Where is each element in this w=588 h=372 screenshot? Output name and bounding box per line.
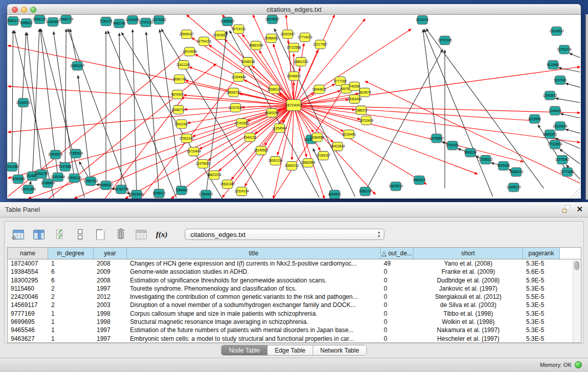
function-builder-button[interactable]: f(x) bbox=[155, 228, 168, 241]
graph-node[interactable]: 6791931 bbox=[446, 141, 459, 150]
graph-node[interactable]: 9679938 bbox=[497, 162, 510, 170]
graph-node[interactable]: 20423814 bbox=[331, 142, 345, 151]
graph-node[interactable]: 16782759 bbox=[114, 185, 128, 194]
graph-node[interactable]: 15722588 bbox=[287, 43, 301, 52]
graph-node[interactable]: 20206576 bbox=[48, 150, 62, 159]
graph-node[interactable]: 12395112 bbox=[478, 156, 493, 164]
table-row[interactable]: 1938455462009Genome-wide association stu… bbox=[8, 268, 581, 276]
table-row[interactable]: 1456911722003Disruption of a novel membe… bbox=[8, 301, 581, 309]
graph-node[interactable]: 8113074 bbox=[416, 15, 428, 24]
graph-node[interactable]: 20681297 bbox=[32, 15, 47, 24]
graph-node[interactable]: 16795567 bbox=[429, 134, 444, 143]
graph-node[interactable]: 12524154 bbox=[234, 187, 249, 196]
graph-node[interactable]: 8215955 bbox=[528, 115, 541, 123]
graph-node[interactable]: 11548198 bbox=[241, 57, 255, 66]
graph-node[interactable]: 15482719 bbox=[59, 15, 73, 24]
graph-node[interactable]: 9245012 bbox=[153, 189, 166, 198]
table-settings-button[interactable]: ⚙ bbox=[12, 228, 25, 241]
table-row[interactable]: 969969511998Structural magnetic resonanc… bbox=[8, 318, 581, 326]
graph-node[interactable]: 15276052 bbox=[152, 15, 166, 24]
graph-node[interactable]: 14696707 bbox=[226, 88, 241, 97]
graph-node[interactable]: 12475443 bbox=[196, 160, 210, 168]
graph-node[interactable]: 11675342 bbox=[555, 156, 570, 164]
graph-node[interactable]: 1244415 bbox=[549, 106, 561, 115]
graph-node[interactable]: 11007537 bbox=[229, 103, 243, 112]
graph-node[interactable]: 16261547 bbox=[280, 30, 295, 38]
table-vertical-scrollbar[interactable] bbox=[573, 260, 580, 342]
graph-node[interactable]: 22400813 bbox=[213, 31, 227, 39]
column-header-pagerank[interactable]: pagerank bbox=[523, 248, 560, 259]
graph-node[interactable]: 16720404 bbox=[187, 147, 201, 156]
graph-node[interactable]: 15046812 bbox=[287, 72, 301, 80]
graph-node[interactable]: 13505135 bbox=[67, 174, 81, 183]
graph-node[interactable]: 15631342 bbox=[220, 180, 234, 189]
graph-node[interactable]: 9462746 bbox=[113, 19, 126, 28]
graph-node[interactable]: 15724101 bbox=[231, 25, 246, 33]
graph-node[interactable]: 10830212 bbox=[285, 162, 299, 170]
graph-node[interactable]: 7254402 bbox=[175, 186, 188, 195]
graph-node[interactable]: 12754103 bbox=[197, 37, 211, 46]
table-row[interactable]: 2242004622012Investigating the contribut… bbox=[8, 293, 581, 301]
graph-node[interactable]: 10655287 bbox=[220, 17, 234, 26]
graph-node[interactable]: 23364436 bbox=[347, 95, 362, 103]
graph-node[interactable]: 15482717 bbox=[171, 105, 186, 114]
tab-node-table[interactable]: Node Table bbox=[222, 345, 268, 355]
graph-node[interactable]: 19861099 bbox=[249, 41, 263, 50]
graph-node[interactable]: 17016504 bbox=[548, 140, 562, 149]
column-header-title[interactable]: title bbox=[127, 248, 381, 259]
graph-node[interactable]: 17957223 bbox=[83, 177, 98, 186]
graph-node[interactable]: 16720409 bbox=[359, 116, 374, 125]
graph-node[interactable]: 25260550 bbox=[11, 175, 26, 184]
graph-node[interactable]: 12445120 bbox=[507, 183, 521, 192]
graph-node[interactable]: 18300295 bbox=[265, 108, 279, 117]
graph-node[interactable]: 15751074 bbox=[557, 45, 572, 54]
delete-table-button[interactable] bbox=[114, 228, 127, 241]
table-row[interactable]: 911546021997Tourette syndrome. Phenomeno… bbox=[8, 285, 581, 293]
graph-node[interactable]: 9543198 bbox=[464, 148, 477, 157]
graph-node[interactable]: 8624510 bbox=[329, 190, 341, 199]
graph-node[interactable]: 9331956 bbox=[7, 163, 18, 171]
graph-node[interactable]: 15958431 bbox=[264, 34, 278, 42]
graph-node[interactable]: 17714023 bbox=[298, 33, 312, 41]
table-row[interactable]: 1830029562008Estimation of significance … bbox=[8, 276, 581, 285]
graph-node[interactable]: 12086124 bbox=[267, 85, 281, 94]
graph-node[interactable]: 12161655 bbox=[234, 119, 249, 127]
graph-node[interactable]: 9227343 bbox=[554, 76, 567, 84]
graph-node[interactable]: 15051355 bbox=[21, 185, 36, 194]
graph-node[interactable]: 746266 bbox=[349, 82, 360, 91]
graph-node[interactable]: 11451944 bbox=[51, 173, 66, 182]
graph-node[interactable]: 16061234 bbox=[268, 157, 282, 165]
table-row[interactable]: 1872400712008Changes of HCN gene express… bbox=[8, 259, 581, 268]
graph-node[interactable]: 12239461 bbox=[342, 130, 356, 139]
graph-node[interactable]: 7386372 bbox=[355, 106, 367, 115]
table-row[interactable]: 946554611997Estimation of the future num… bbox=[8, 326, 581, 334]
table-row[interactable]: 946362711997Embryonic stem cells: a mode… bbox=[8, 335, 581, 343]
graph-node[interactable]: 15169371 bbox=[16, 98, 31, 107]
graph-node[interactable]: 9874307 bbox=[171, 90, 184, 99]
select-rows-button[interactable] bbox=[53, 228, 66, 241]
graph-node[interactable]: 9356512 bbox=[20, 18, 33, 27]
column-header-year[interactable]: year bbox=[94, 248, 127, 259]
network-canvas[interactable]: 1555017193565122068129711960997154827197… bbox=[7, 15, 581, 199]
tab-edge-table[interactable]: Edge Table bbox=[268, 345, 313, 355]
graph-node[interactable]: 12161650 bbox=[125, 15, 140, 24]
graph-node[interactable]: 7944123 bbox=[244, 133, 256, 142]
graph-node[interactable]: 9462513 bbox=[413, 176, 426, 185]
close-panel-icon[interactable]: ✕ bbox=[576, 205, 583, 213]
column-header-in-degree[interactable]: in_degree bbox=[48, 248, 94, 259]
float-panel-icon[interactable] bbox=[562, 205, 570, 213]
graph-node[interactable]: 3624574 bbox=[358, 88, 371, 97]
memory-ok-icon[interactable] bbox=[575, 361, 582, 368]
graph-node[interactable]: 19797245 bbox=[438, 36, 452, 45]
graph-node[interactable]: 12217987 bbox=[313, 40, 328, 49]
graph-node[interactable]: 12942757 bbox=[34, 170, 49, 179]
graph-node[interactable]: 18724007 bbox=[285, 100, 302, 111]
graph-node[interactable]: 19014068 bbox=[183, 47, 197, 56]
graph-node[interactable]: 15276057 bbox=[265, 15, 279, 24]
graph-node[interactable]: 21811391 bbox=[177, 60, 191, 69]
column-header-name[interactable]: name bbox=[8, 248, 48, 259]
graph-node[interactable]: 15124510 bbox=[550, 27, 564, 35]
graph-node[interactable]: 16958187 bbox=[99, 181, 113, 190]
graph-node[interactable]: 18381744 bbox=[172, 75, 187, 83]
scrollbar-thumb[interactable] bbox=[574, 261, 579, 270]
